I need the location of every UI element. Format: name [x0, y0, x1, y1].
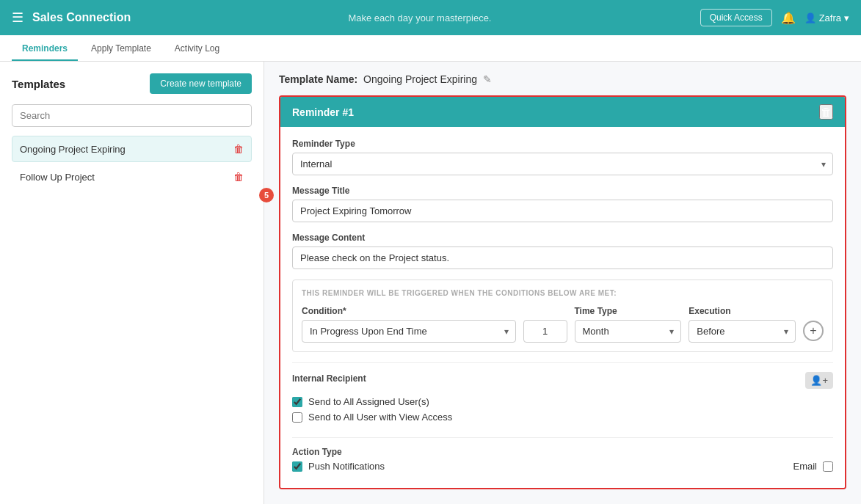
brand-name: Sales Connection [32, 11, 131, 24]
template-delete-button[interactable]: 🗑 [233, 171, 244, 183]
message-content-field: Message Content [292, 233, 833, 269]
email-label: Email [793, 461, 817, 472]
notifications-icon[interactable]: 🔔 [781, 11, 796, 25]
templates-sidebar: Templates Create new template Ongoing Pr… [0, 62, 264, 504]
execution-label: Execution [689, 306, 796, 316]
sidebar-header: Templates Create new template [12, 73, 252, 94]
reminder-body: Reminder Type Internal External Message … [280, 127, 845, 488]
user-name: Zafra [819, 12, 841, 23]
push-notifications-checkbox[interactable] [292, 461, 302, 472]
reminder-delete-icon[interactable]: 🗑 [819, 104, 833, 120]
content-area: Template Name: Ongoing Project Expiring … [264, 62, 861, 504]
reminder-type-field: Reminder Type Internal External [292, 139, 833, 175]
message-content-label: Message Content [292, 233, 833, 243]
time-type-select-wrapper: Month Day Week [575, 320, 682, 343]
template-item[interactable]: Follow Up Project 🗑 [12, 164, 252, 190]
template-name: Ongoing Project Expiring [20, 144, 126, 155]
value-label [523, 306, 567, 316]
execution-field: Execution Before After [689, 306, 796, 343]
sidebar-title: Templates [12, 78, 65, 90]
template-name-value: Ongoing Project Expiring [363, 73, 477, 85]
main-container: Templates Create new template Ongoing Pr… [0, 62, 861, 504]
condition-select-wrapper: In Progress Upon End Time Before Start T… [302, 320, 516, 343]
add-recipient-button[interactable]: 👤+ [805, 372, 833, 389]
template-delete-button[interactable]: 🗑 [233, 143, 244, 155]
condition-value-input[interactable] [523, 320, 567, 343]
condition-field: Condition* In Progress Upon End Time Bef… [302, 306, 516, 343]
tab-activity-log[interactable]: Activity Log [164, 37, 230, 61]
template-list: Ongoing Project Expiring 🗑 Follow Up Pro… [12, 136, 252, 190]
time-type-select[interactable]: Month Day Week [575, 320, 682, 343]
user-chevron-icon: ▾ [844, 12, 849, 23]
reminder-card: Reminder #1 🗑 Reminder Type Internal Ext… [279, 95, 846, 489]
create-template-button[interactable]: Create new template [150, 73, 252, 94]
edit-icon[interactable]: ✎ [483, 73, 492, 85]
quick-access-button[interactable]: Quick Access [700, 9, 772, 26]
send-all-assigned-checkbox[interactable] [292, 397, 302, 407]
user-avatar-icon: 👤 [804, 12, 816, 23]
badge-count: 5 [259, 188, 274, 202]
trigger-notice: THIS REMINDER WILL BE TRIGGERED WHEN THE… [302, 289, 824, 297]
checkbox-row-1: Send to All Assigned User(s) [292, 396, 833, 407]
message-content-input[interactable] [292, 246, 833, 269]
execution-select-wrapper: Before After [689, 320, 796, 343]
condition-label: Condition* [302, 306, 516, 316]
topnav-right: Quick Access 🔔 👤 Zafra ▾ [700, 9, 849, 26]
reminder-header: Reminder #1 🗑 [280, 97, 845, 127]
message-title-label: Message Title [292, 186, 833, 196]
time-type-field: Time Type Month Day Week [575, 306, 682, 343]
email-checkbox[interactable] [823, 461, 833, 472]
template-name-label: Template Name: [279, 73, 357, 85]
value-field [523, 306, 567, 343]
send-view-access-label: Send to All User with View Access [308, 412, 452, 423]
condition-row: Condition* In Progress Upon End Time Bef… [302, 306, 824, 343]
tagline: Make each day your masterpiece. [148, 12, 691, 23]
internal-recipient-section: Internal Recipient 👤+ Send to All Assign… [292, 362, 833, 427]
internal-recipient-label: Internal Recipient [292, 373, 366, 384]
tab-reminders[interactable]: Reminders [12, 37, 78, 61]
reminder-type-select-wrapper: Internal External [292, 153, 833, 175]
search-input[interactable] [12, 104, 252, 127]
send-view-access-checkbox[interactable] [292, 412, 302, 423]
trigger-section: THIS REMINDER WILL BE TRIGGERED WHEN THE… [292, 280, 833, 352]
add-condition-button[interactable]: + [803, 321, 824, 341]
send-all-assigned-label: Send to All Assigned User(s) [308, 396, 429, 407]
template-name: Follow Up Project [20, 172, 95, 183]
sub-navigation: Reminders Apply Template Activity Log [0, 35, 861, 62]
message-title-input[interactable] [292, 200, 833, 222]
email-row: Email [793, 461, 833, 472]
time-type-label: Time Type [575, 306, 682, 316]
template-name-row: Template Name: Ongoing Project Expiring … [279, 73, 846, 85]
template-item[interactable]: Ongoing Project Expiring 🗑 [12, 136, 252, 162]
reminder-type-label: Reminder Type [292, 139, 833, 149]
checkbox-row-2: Send to All User with View Access [292, 412, 833, 423]
message-title-field: Message Title [292, 186, 833, 222]
execution-select[interactable]: Before After [689, 320, 796, 343]
action-type-label: Action Type [292, 447, 833, 457]
reminder-type-select[interactable]: Internal External [292, 153, 833, 175]
top-navigation: ☰ Sales Connection Make each day your ma… [0, 0, 861, 35]
reminder-title: Reminder #1 [292, 106, 354, 118]
push-notifications-row: Push Notifications [292, 461, 385, 472]
menu-icon[interactable]: ☰ [12, 10, 23, 26]
action-type-section: Action Type Push Notifications Email [292, 437, 833, 476]
tab-apply-template[interactable]: Apply Template [81, 37, 161, 61]
push-notifications-label: Push Notifications [308, 461, 385, 472]
condition-select[interactable]: In Progress Upon End Time Before Start T… [302, 320, 516, 343]
user-menu[interactable]: 👤 Zafra ▾ [804, 12, 849, 23]
recipient-header: Internal Recipient 👤+ [292, 372, 833, 389]
